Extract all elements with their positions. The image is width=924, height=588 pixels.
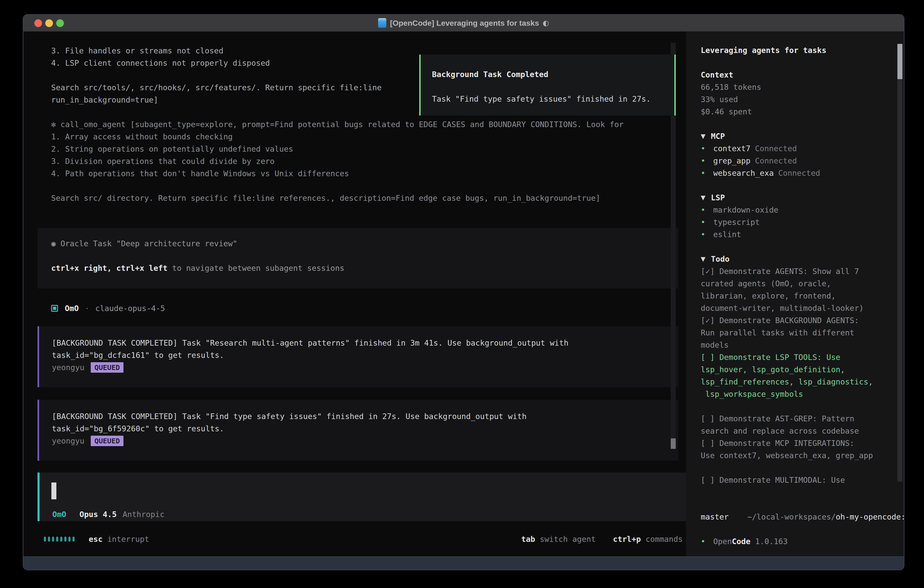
toast-body: Task "Find type safety issues" finished … bbox=[432, 93, 674, 105]
context-tokens: 66,518 tokens bbox=[701, 81, 904, 93]
todo-line: models bbox=[701, 339, 904, 351]
mcp-status: Connected bbox=[755, 142, 797, 155]
message-meta: yeongyu QUEUED bbox=[52, 361, 678, 373]
blank-line bbox=[432, 81, 674, 93]
mcp-item: • context7 Connected bbox=[701, 142, 904, 155]
bullet-icon: • bbox=[701, 167, 713, 179]
toast-title: Background Task Completed bbox=[432, 68, 674, 81]
lsp-name: typescript bbox=[713, 216, 760, 228]
brand-open: Open bbox=[713, 535, 732, 548]
window-title: [OpenCode] Leveraging agents for tasks ◐ bbox=[378, 18, 549, 28]
zoom-button[interactable] bbox=[56, 19, 64, 27]
hint-keys: ctrl+x right, ctrl+x left bbox=[51, 264, 168, 273]
spinner-dots-icon bbox=[44, 537, 74, 542]
sidebar-scrollbar-thumb[interactable] bbox=[898, 44, 903, 79]
bullet-icon: • bbox=[701, 204, 713, 216]
message-meta: yeongyu QUEUED bbox=[52, 435, 678, 447]
chevron-down-icon: ▼ bbox=[701, 253, 706, 265]
ctrl-p-key-hint: ctrl+p bbox=[613, 535, 641, 543]
todo-line: search and replace across codebase bbox=[701, 425, 904, 437]
text-cursor bbox=[51, 482, 56, 499]
lsp-item: • typescript bbox=[701, 216, 904, 228]
background-task-message: [BACKGROUND TASK COMPLETED] Task "Resear… bbox=[38, 326, 678, 387]
mcp-status: Connected bbox=[755, 155, 797, 167]
traffic-lights bbox=[34, 15, 64, 31]
status-badge: QUEUED bbox=[91, 436, 124, 446]
minimize-button[interactable] bbox=[45, 19, 53, 27]
chevron-down-icon: ▼ bbox=[701, 192, 706, 204]
message-line: task_id="bg_6f59260c" to get results. bbox=[52, 423, 678, 435]
background-task-message: [BACKGROUND TASK COMPLETED] Task "Find t… bbox=[38, 400, 678, 461]
tab-key-label: switch agent bbox=[535, 535, 596, 543]
tool-call-text: call_omo_agent [subagent_type=explore, p… bbox=[61, 120, 624, 129]
bullet-icon: • bbox=[701, 216, 713, 228]
prompt-input[interactable]: OmO Opus 4.5 Anthropic bbox=[38, 472, 688, 521]
agent-name: OmO bbox=[65, 304, 79, 313]
mcp-heading: MCP bbox=[711, 130, 725, 142]
message-line: task_id="bg_dcfac161" to get results. bbox=[52, 349, 678, 361]
todo-line: [ ] Demonstrate LSP TOOLS: Use bbox=[701, 351, 904, 363]
todo-item: [✓] Demonstrate AGENTS: Show all 7 curat… bbox=[701, 265, 904, 314]
notification-toast[interactable]: Background Task Completed Task "Find typ… bbox=[419, 55, 676, 116]
tool-call-icon: ✻ bbox=[51, 120, 56, 129]
bullet-icon: • bbox=[701, 142, 713, 155]
input-model-label: Opus 4.5 bbox=[79, 510, 117, 519]
mcp-section-header[interactable]: ▼ MCP bbox=[701, 130, 904, 142]
oracle-task-title: ◉ Oracle Task "Deep architecture review" bbox=[51, 237, 678, 249]
workspace-path: ~/local-workspaces/oh-my-opencode: bbox=[701, 499, 904, 511]
todo-line: [ ] Demonstrate MCP INTEGRATIONS: bbox=[701, 437, 904, 449]
bullet-icon: • bbox=[701, 155, 713, 167]
todo-line: lsp_find_references, lsp_diagnostics, bbox=[701, 376, 904, 388]
todo-line: librarian, explore, frontend, bbox=[701, 290, 904, 302]
document-icon bbox=[378, 18, 386, 28]
context-used: 33% used bbox=[701, 93, 904, 106]
todo-line: Run parallel tasks with different bbox=[701, 327, 904, 339]
todo-line: curated agents (OmO, oracle, bbox=[701, 277, 904, 290]
version-number: 1.0.163 bbox=[751, 535, 788, 548]
tool-call-item: 4. Path operations that don't handle Win… bbox=[51, 167, 624, 180]
tool-call-line: ✻ call_omo_agent [subagent_type=explore,… bbox=[51, 118, 624, 130]
input-provider-label: Anthropic bbox=[122, 510, 164, 519]
oracle-task-panel: ◉ Oracle Task "Deep architecture review"… bbox=[38, 228, 678, 289]
close-button[interactable] bbox=[34, 19, 42, 27]
todo-heading: Todo bbox=[711, 253, 729, 265]
window-title-text: [OpenCode] Leveraging agents for tasks bbox=[390, 19, 539, 28]
todo-line: [ ] Demonstrate AST-GREP: Pattern bbox=[701, 413, 904, 425]
sidebar-scrollbar[interactable] bbox=[898, 44, 903, 482]
workspace-repo: oh-my-opencode: bbox=[836, 512, 904, 521]
lsp-heading: LSP bbox=[711, 192, 725, 204]
oracle-title-text bbox=[56, 239, 60, 248]
todo-item: [✓] Demonstrate BACKGROUND AGENTS: Run p… bbox=[701, 314, 904, 351]
blank-line bbox=[51, 180, 624, 192]
todo-line: [✓] Demonstrate AGENTS: Show all 7 bbox=[701, 265, 904, 277]
tool-call-item: 1. Array access without bounds checking bbox=[51, 130, 624, 143]
todo-line: Use context7, websearch_exa, grep_app bbox=[701, 449, 904, 462]
agent-model: claude-opus-4-5 bbox=[95, 304, 165, 313]
todo-section-header[interactable]: ▼ Todo bbox=[701, 253, 904, 265]
mcp-name: websearch_exa bbox=[713, 167, 774, 179]
todo-item: [ ] Demonstrate MULTIMODAL: Use bbox=[701, 474, 904, 486]
screen: [OpenCode] Leveraging agents for tasks ◐… bbox=[0, 0, 924, 588]
session-sidebar: Leveraging agents for tasks Context 66,5… bbox=[686, 31, 904, 557]
chevron-down-icon: ▼ bbox=[701, 130, 706, 142]
todo-line: [✓] Demonstrate BACKGROUND AGENTS: bbox=[701, 314, 904, 327]
mcp-status: Connected bbox=[778, 167, 820, 179]
status-badge: QUEUED bbox=[91, 362, 124, 373]
todo-line: lsp_workspace_symbols bbox=[701, 388, 904, 400]
context-spent: $0.46 spent bbox=[701, 106, 904, 118]
main-scrollbar-thumb[interactable] bbox=[671, 438, 676, 449]
status-bar: esc interrupt tab switch agent ctrl+p co… bbox=[23, 533, 686, 545]
ctrl-p-key-label: commands bbox=[641, 535, 683, 543]
status-left: esc interrupt bbox=[44, 535, 149, 543]
hint-text: to navigate between subagent sessions bbox=[168, 264, 345, 273]
fisheye-icon: ◉ bbox=[51, 239, 56, 248]
lsp-name: markdown-oxide bbox=[713, 204, 779, 216]
lsp-section-header[interactable]: ▼ LSP bbox=[701, 192, 904, 204]
todo-item: [ ] Demonstrate AST-GREP: Pattern search… bbox=[701, 413, 904, 437]
status-right: tab switch agent ctrl+p commands bbox=[521, 535, 683, 543]
bullet-icon: • bbox=[701, 228, 713, 241]
blank-line bbox=[51, 249, 678, 262]
mcp-name: grep_app bbox=[713, 155, 751, 167]
input-meta: OmO Opus 4.5 Anthropic bbox=[52, 509, 164, 520]
lsp-item: • markdown-oxide bbox=[701, 204, 904, 216]
